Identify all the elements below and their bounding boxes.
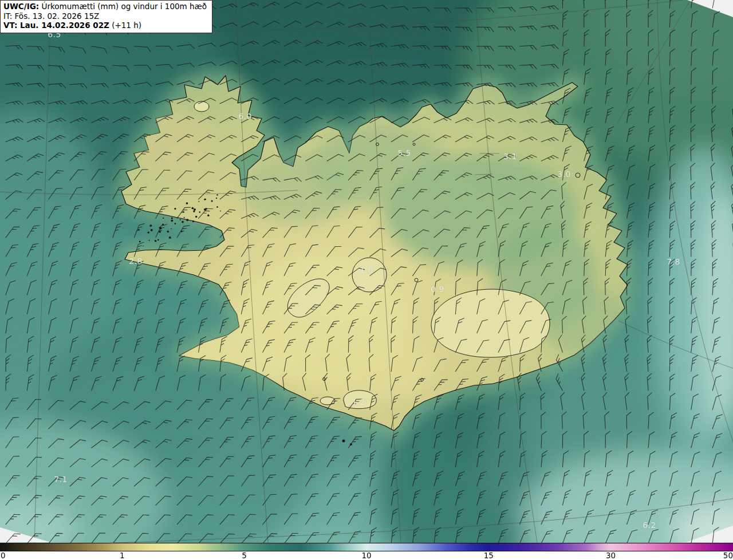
colorbar-gradient (0, 543, 733, 551)
title-line: UWC/IG: Úrkomumætti (mm) og vindur i 100… (3, 2, 207, 11)
valid-offset: (+11 h) (109, 21, 141, 30)
colorbar-tick: 0 (1, 551, 6, 559)
weather-map-app: 6.56.05.53.13.02.81.00.97.81.27.16.2 UWC… (0, 0, 733, 560)
colorbar-ticks: 01510153050 (0, 551, 733, 560)
valid-time-line: VT: Lau. 14.02.2026 02Z (+11 h) (3, 21, 207, 30)
colorbar-tick: 50 (723, 551, 733, 559)
colorbar-tick: 5 (242, 551, 247, 559)
colorbar: 01510153050 (0, 543, 733, 560)
colorbar-tick: 10 (361, 551, 371, 559)
map-graphic (0, 0, 733, 543)
colorbar-tick: 1 (120, 551, 125, 559)
init-time-line: IT: Fös. 13. 02. 2026 15Z (3, 11, 207, 21)
model-label: UWC/IG: (3, 2, 39, 11)
colorbar-tick: 30 (606, 551, 616, 559)
map-title: Úrkomumætti (mm) og vindur i 100m hæð (39, 2, 207, 11)
title-box: UWC/IG: Úrkomumætti (mm) og vindur i 100… (0, 0, 212, 33)
colorbar-tick: 15 (484, 551, 494, 559)
valid-time: VT: Lau. 14.02.2026 02Z (3, 21, 109, 30)
map-canvas: 6.56.05.53.13.02.81.00.97.81.27.16.2 (0, 0, 733, 543)
grain-texture (0, 0, 733, 543)
